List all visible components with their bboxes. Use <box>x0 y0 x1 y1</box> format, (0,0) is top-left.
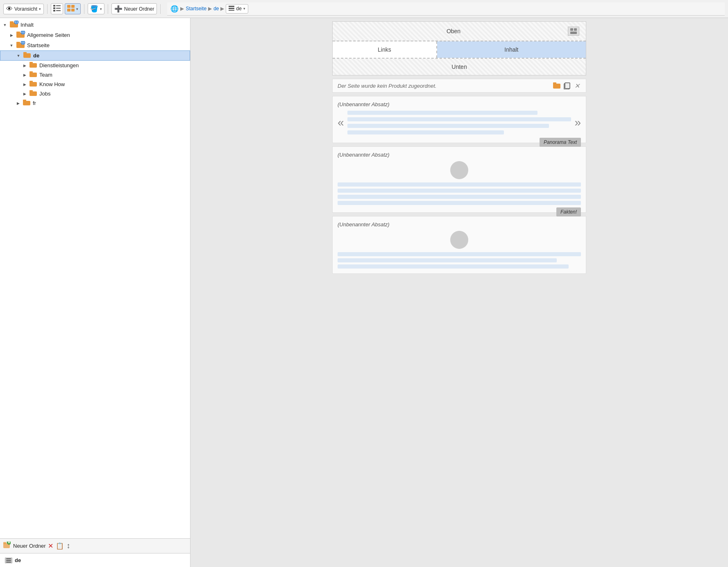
zone-middle: Links Inhalt <box>333 41 586 59</box>
icon-line-1 <box>6 558 11 559</box>
panorama-arrows: « » <box>338 111 581 134</box>
tree-label-team: Team <box>39 72 52 78</box>
page-list-item-de[interactable]: de <box>3 556 187 565</box>
svg-rect-12 <box>229 10 234 11</box>
new-folder-toolbar-button[interactable]: ➕ Neuer Ordner <box>111 3 157 14</box>
block1-label-btn[interactable]: Panorama Text <box>540 138 581 147</box>
avatar-circle-2 <box>450 231 468 249</box>
zone-links-label: Links <box>378 46 391 53</box>
avatar-circle-1 <box>450 161 468 179</box>
detail-view-button[interactable]: ▾ <box>65 3 81 14</box>
svg-rect-2 <box>53 10 55 11</box>
block3-title: (Unbenannter Absatz) <box>338 221 581 228</box>
svg-rect-51 <box>565 83 570 89</box>
tree-item-know-how[interactable]: ▶ Know How <box>0 80 190 89</box>
delete-icon[interactable]: ✕ <box>48 542 53 550</box>
facts-line-2-2 <box>338 258 557 262</box>
tree-label-allgemeine: Allgemeine Seiten <box>27 32 70 38</box>
svg-rect-14 <box>10 21 14 23</box>
facts-line-1-3 <box>338 195 581 199</box>
product-assign-icon[interactable] <box>553 82 561 90</box>
breadcrumb-de[interactable]: de <box>213 6 219 11</box>
product-copy-icon[interactable] <box>563 82 571 90</box>
pano-line-3 <box>347 124 549 128</box>
tree-item-jobs[interactable]: ▶ Jobs <box>0 89 190 98</box>
toggle-allgemeine-seiten[interactable]: ▶ <box>8 32 15 39</box>
new-folder-icon-small <box>3 542 11 551</box>
copy-icon[interactable]: 📋 <box>56 542 64 550</box>
zone-unten-label: Unten <box>451 64 467 70</box>
voransicht-button[interactable]: 👁 Voransicht ▾ <box>3 4 44 14</box>
toggle-fr[interactable]: ▶ <box>15 100 21 107</box>
zone-inhalt[interactable]: Inhalt <box>437 41 586 58</box>
pano-right-arrow[interactable]: » <box>574 116 581 129</box>
action-dropdown-1: ▾ <box>100 7 102 11</box>
toggle-jobs[interactable]: ▶ <box>21 91 28 97</box>
svg-point-15 <box>14 20 18 24</box>
separator-3 <box>108 4 108 14</box>
tree-item-team[interactable]: ▶ Team <box>0 70 190 80</box>
detail-view-icon <box>67 5 75 13</box>
facts-lines-1 <box>338 182 581 205</box>
breadcrumb-view-select[interactable]: de ▾ <box>226 4 248 14</box>
breadcrumb-sep-1: ▶ <box>180 6 184 11</box>
toggle-team[interactable]: ▶ <box>21 72 28 78</box>
svg-rect-19 <box>16 32 20 34</box>
page-list-icon <box>5 558 12 563</box>
toggle-startseite[interactable]: ▼ <box>8 42 15 49</box>
voransicht-label: Voransicht <box>14 6 37 12</box>
breadcrumb-sep-2: ▶ <box>208 6 212 11</box>
tree-item-fr[interactable]: ▶ fr <box>0 98 190 108</box>
left-panel: ▼ Inhalt ▶ <box>0 18 191 567</box>
breadcrumb: 🌐 ▶ Startseite ▶ de ▶ de ▾ <box>167 2 725 16</box>
pano-lines <box>347 111 572 134</box>
svg-rect-0 <box>53 5 55 7</box>
svg-rect-29 <box>23 52 27 54</box>
folder-icon-allgemeine <box>16 31 25 39</box>
zone-oben-icon-btn[interactable] <box>568 27 579 36</box>
new-folder-bottom-label[interactable]: Neuer Ordner <box>13 543 45 549</box>
zone-oben: Oben <box>333 22 586 41</box>
svg-rect-33 <box>29 71 33 73</box>
zone-links[interactable]: Links <box>333 41 437 58</box>
svg-rect-5 <box>56 10 61 11</box>
pano-line-1 <box>347 111 538 115</box>
toggle-inhalt[interactable]: ▼ <box>2 22 8 28</box>
pano-left-arrow[interactable]: « <box>338 116 344 129</box>
breadcrumb-sep-3: ▶ <box>220 6 224 11</box>
tree-item-inhalt[interactable]: ▼ Inhalt <box>0 20 190 30</box>
facts-line-1-2 <box>338 189 581 193</box>
tree-item-de[interactable]: ▼ de <box>0 50 190 61</box>
product-delete-icon[interactable]: ✕ <box>573 82 581 90</box>
svg-rect-8 <box>67 9 70 11</box>
facts-line-1-4 <box>338 201 581 205</box>
folder-icon-team <box>29 71 38 79</box>
detail-view-dropdown: ▾ <box>76 7 78 11</box>
tree-item-allgemeine-seiten[interactable]: ▶ Allgemeine Seiten <box>0 30 190 40</box>
toggle-de[interactable]: ▼ <box>15 52 22 59</box>
toggle-know-how[interactable]: ▶ <box>21 81 28 88</box>
facts-line-1-1 <box>338 182 581 187</box>
icon-line-3 <box>6 562 11 562</box>
toggle-dienstleistungen[interactable]: ▶ <box>21 62 28 69</box>
svg-rect-1 <box>53 7 55 9</box>
move-icon[interactable]: ↕ <box>66 542 70 550</box>
svg-rect-6 <box>67 5 70 8</box>
page-list: de <box>0 553 190 567</box>
action-button-1[interactable]: 🪣 ▾ <box>88 3 104 14</box>
tree-panel: ▼ Inhalt ▶ <box>0 18 190 539</box>
zone-unten: Unten <box>333 59 586 75</box>
folder-icon-de <box>23 52 32 59</box>
tree-item-dienstleistungen[interactable]: ▶ Dienstleistungen <box>0 61 190 70</box>
svg-rect-45 <box>570 28 573 31</box>
list-view-button[interactable] <box>51 3 63 14</box>
voransicht-icon: 👁 <box>6 5 13 13</box>
svg-rect-11 <box>229 8 234 9</box>
breadcrumb-startseite[interactable]: Startseite <box>186 6 206 11</box>
folder-icon-inhalt <box>10 20 19 29</box>
tree-label-fr: fr <box>33 100 36 106</box>
tree-item-startseite[interactable]: ▼ Startseite <box>0 40 190 50</box>
block2-label-btn[interactable]: Fakten! <box>556 207 581 216</box>
tree-label-know-how: Know How <box>39 81 65 87</box>
folder-icon-startseite <box>16 41 25 50</box>
